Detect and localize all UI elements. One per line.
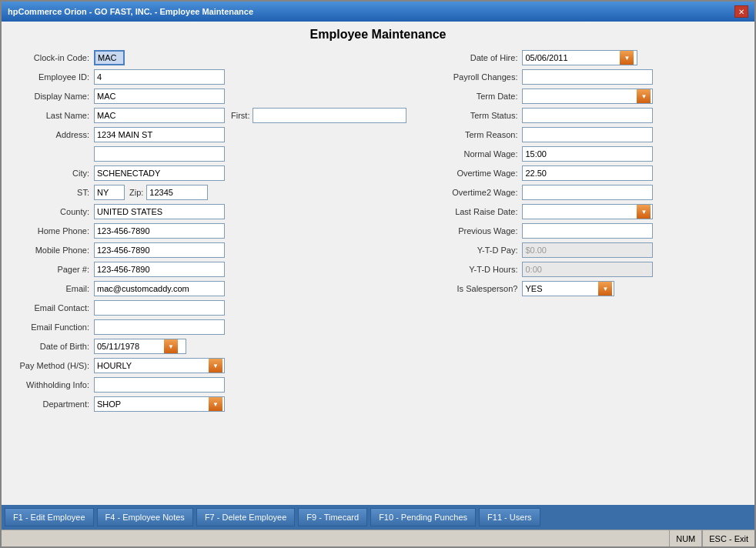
department-row: Department: ▼	[9, 396, 406, 413]
term-reason-label: Term Reason:	[422, 130, 522, 139]
employee-id-label: Employee ID:	[9, 72, 94, 82]
is-salesperson-input[interactable]	[523, 282, 598, 296]
email-contact-label: Email Contact:	[9, 303, 94, 312]
overtime-wage-input[interactable]	[522, 165, 653, 181]
st-zip-row: ST: Zip:	[9, 184, 406, 201]
dob-input[interactable]	[95, 339, 164, 353]
pay-method-label: Pay Method (H/S):	[9, 361, 94, 370]
title-bar: hpCommerce Orion - GO FAST, INC. - Emplo…	[2, 2, 754, 22]
overtime2-wage-row: Overtime2 Wage:	[422, 184, 747, 201]
term-status-input[interactable]	[522, 108, 653, 123]
last-raise-date-dropdown[interactable]: ▼	[522, 204, 653, 219]
term-date-btn[interactable]: ▼	[637, 89, 651, 103]
employee-id-input[interactable]	[94, 69, 225, 85]
email-function-row: Email Function:	[9, 319, 406, 336]
home-phone-input[interactable]	[94, 223, 225, 239]
email-function-input[interactable]	[94, 319, 225, 335]
form-area: Clock-in Code: Employee ID: Display Name…	[9, 49, 747, 502]
withholding-label: Withholding Info:	[9, 380, 94, 389]
email-row: Email:	[9, 280, 406, 297]
address-label: Address:	[9, 130, 94, 139]
f10-pending-punches-button[interactable]: F10 - Pending Punches	[370, 508, 476, 526]
home-phone-row: Home Phone:	[9, 222, 406, 239]
mobile-phone-row: Mobile Phone:	[9, 242, 406, 259]
mobile-phone-label: Mobile Phone:	[9, 246, 94, 255]
bottom-bar: F1 - Edit Employee F4 - Employee Notes F…	[2, 505, 754, 530]
esc-indicator: ESC - Exit	[702, 530, 754, 546]
previous-wage-row: Previous Wage:	[422, 222, 747, 239]
ytd-hours-input	[522, 262, 653, 277]
clock-in-code-row: Clock-in Code:	[9, 49, 406, 66]
content-area: Employee Maintenance Clock-in Code: Empl…	[2, 22, 754, 505]
city-input[interactable]	[94, 165, 225, 181]
display-name-input[interactable]	[94, 89, 225, 104]
email-function-label: Email Function:	[9, 322, 94, 332]
previous-wage-input[interactable]	[522, 223, 653, 239]
pay-method-row: Pay Method (H/S): ▼	[9, 357, 406, 374]
term-date-input[interactable]	[523, 89, 637, 103]
department-btn[interactable]: ▼	[209, 397, 222, 411]
withholding-input[interactable]	[94, 377, 225, 393]
is-salesperson-dropdown[interactable]: ▼	[522, 281, 614, 296]
overtime2-wage-input[interactable]	[522, 185, 653, 200]
ytd-pay-row: Y-T-D Pay:	[422, 242, 747, 259]
last-name-input[interactable]	[94, 108, 225, 123]
email-input[interactable]	[94, 281, 225, 296]
dob-dropdown[interactable]: ▼	[94, 339, 186, 354]
clock-in-code-input[interactable]	[94, 50, 125, 65]
dob-row: Date of Birth: ▼	[9, 338, 406, 355]
dob-btn[interactable]: ▼	[164, 339, 178, 353]
department-dropdown[interactable]: ▼	[94, 396, 225, 412]
title-text: hpCommerce Orion - GO FAST, INC. - Emplo…	[8, 7, 253, 16]
is-salesperson-row: Is Salesperson? ▼	[422, 280, 747, 297]
department-input[interactable]	[95, 397, 209, 411]
county-input[interactable]	[94, 204, 225, 219]
email-contact-row: Email Contact:	[9, 299, 406, 316]
term-reason-input[interactable]	[522, 127, 653, 142]
last-raise-date-input[interactable]	[523, 205, 637, 219]
city-label: City:	[9, 169, 94, 178]
normal-wage-row: Normal Wage:	[422, 145, 747, 162]
close-button[interactable]: ✕	[734, 5, 748, 18]
address-input[interactable]	[94, 127, 225, 142]
term-status-row: Term Status:	[422, 107, 747, 124]
zip-input[interactable]	[146, 185, 208, 200]
ytd-hours-row: Y-T-D Hours:	[422, 261, 747, 278]
payroll-changes-input[interactable]	[522, 69, 653, 85]
last-name-label: Last Name:	[9, 111, 94, 120]
f1-edit-employee-button[interactable]: F1 - Edit Employee	[5, 508, 94, 526]
title-controls: ✕	[734, 5, 748, 18]
pager-row: Pager #:	[9, 261, 406, 278]
department-label: Department:	[9, 399, 94, 409]
payroll-changes-label: Payroll Changes:	[422, 72, 522, 82]
hire-date-input[interactable]	[523, 51, 620, 65]
hire-date-dropdown[interactable]: ▼	[522, 50, 637, 65]
pager-input[interactable]	[94, 262, 225, 277]
f4-employee-notes-button[interactable]: F4 - Employee Notes	[97, 508, 193, 526]
hire-date-label: Date of Hire:	[422, 53, 522, 62]
f9-timecard-button[interactable]: F9 - Timecard	[298, 508, 367, 526]
dob-label: Date of Birth:	[9, 342, 94, 351]
pay-method-btn[interactable]: ▼	[209, 359, 222, 373]
f7-delete-employee-button[interactable]: F7 - Delete Employee	[196, 508, 295, 526]
last-raise-date-btn[interactable]: ▼	[637, 205, 651, 219]
f11-users-button[interactable]: F11 - Users	[479, 508, 540, 526]
hire-date-btn[interactable]: ▼	[620, 51, 634, 65]
term-date-dropdown[interactable]: ▼	[522, 89, 653, 104]
address2-input[interactable]	[94, 146, 225, 162]
email-contact-input[interactable]	[94, 300, 225, 316]
is-salesperson-btn[interactable]: ▼	[598, 282, 612, 296]
normal-wage-label: Normal Wage:	[422, 149, 522, 159]
mobile-phone-input[interactable]	[94, 242, 225, 258]
address2-row	[9, 145, 406, 162]
county-row: County:	[9, 203, 406, 220]
normal-wage-input[interactable]	[522, 146, 653, 162]
city-row: City:	[9, 165, 406, 182]
first-name-input[interactable]	[253, 108, 406, 123]
name-row: Last Name: First:	[9, 107, 406, 124]
pay-method-dropdown[interactable]: ▼	[94, 358, 225, 373]
pager-label: Pager #:	[9, 265, 94, 274]
st-input[interactable]	[94, 185, 125, 200]
clock-in-code-label: Clock-in Code:	[9, 53, 94, 62]
pay-method-input[interactable]	[95, 359, 209, 373]
